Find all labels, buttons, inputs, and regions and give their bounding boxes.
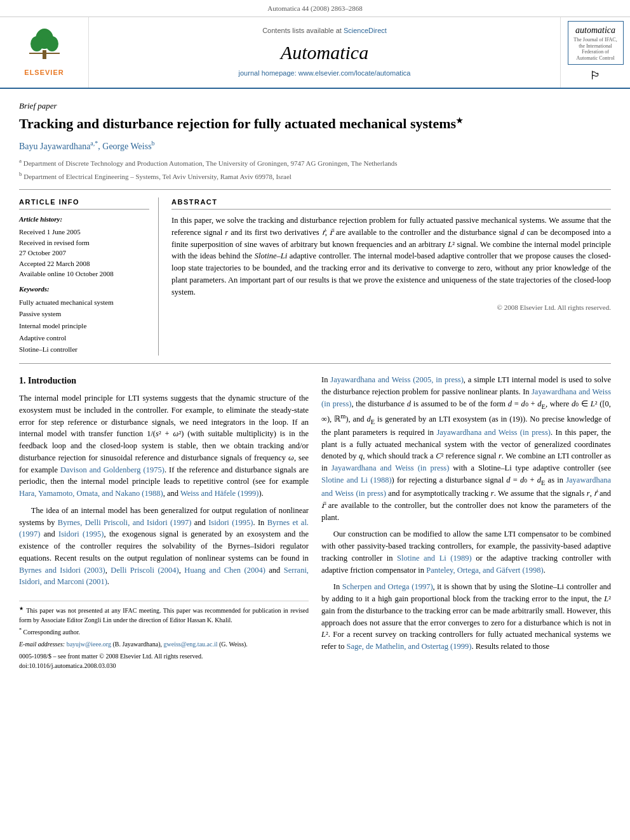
elsevier-tree-icon — [25, 26, 64, 64]
ref-sage[interactable]: Sage, de Mathelin, and Ostertag (1999) — [347, 642, 472, 651]
automatica-logo-title: automatica — [571, 24, 620, 37]
svg-point-2 — [46, 36, 58, 51]
journal-logo-inner: automatica The Journal of IFAC, the Inte… — [568, 21, 624, 65]
abstract-header: ABSTRACT — [171, 197, 611, 210]
ref-jay-weiss-press[interactable]: Jayawardhana and Weiss (in press) — [321, 387, 611, 408]
section-divider-1 — [19, 189, 611, 190]
history-label: Article history: — [19, 215, 149, 225]
body-right-para-3: In Scherpen and Ortega (1997), it is sho… — [321, 581, 611, 653]
authors-line: Bayu Jayawardhanaa,*, George Weissb — [19, 139, 611, 153]
journal-logo-box: automatica The Journal of IFAC, the Inte… — [560, 17, 630, 88]
ref-slotine-li[interactable]: Slotine and Li (1988) — [321, 476, 392, 484]
author-1: Bayu Jayawardhana — [19, 142, 90, 151]
svg-rect-4 — [29, 53, 60, 54]
issn-line: 0005-1098/$ – see front matter © 2008 El… — [19, 651, 309, 670]
keywords-list: Fully actuated mechanical system Passive… — [19, 297, 149, 356]
article-info-header: ARTICLE INFO — [19, 197, 149, 210]
ref-davison[interactable]: Davison and Goldenberg (1975) — [60, 465, 164, 474]
ref-panteley[interactable]: Panteley, Ortega, and Gäfvert (1998) — [426, 566, 544, 575]
homepage-url[interactable]: www.elsevier.com/locate/automatica — [298, 69, 411, 77]
email-1[interactable]: bayujw@ieee.org — [67, 641, 111, 648]
info-abstract-section: ARTICLE INFO Article history: Received 1… — [19, 197, 611, 356]
elsevier-brand-text: ELSEVIER — [24, 68, 64, 78]
body-right-col: In Jayawardhana and Weiss (2005, in pres… — [321, 374, 611, 670]
intro-heading: 1. Introduction — [19, 374, 309, 387]
affiliation-b: b Department of Electrical Engineering –… — [19, 170, 611, 182]
header-bar: Automatica 44 (2008) 2863–2868 — [0, 0, 630, 17]
elsevier-logo-box: ELSEVIER — [0, 17, 89, 88]
ref-delli[interactable]: Delli Priscoli (2004) — [111, 566, 178, 575]
abstract-text: In this paper, we solve the tracking and… — [171, 215, 611, 298]
footnote-email: E-mail addresses: bayujw@ieee.org (B. Ja… — [19, 639, 309, 649]
ref-weiss[interactable]: Weiss and Häfele (1999) — [180, 489, 259, 498]
ref-scherpen[interactable]: Scherpen and Ortega (1997) — [342, 582, 433, 591]
automatica-logo-subtitle: The Journal of IFAC, the International F… — [571, 37, 620, 61]
brief-paper-label: Brief paper — [19, 100, 611, 112]
journal-title-display: Automatica — [281, 39, 368, 67]
email-2[interactable]: gweiss@eng.tau.ac.il — [163, 641, 217, 648]
ref-huang[interactable]: Huang and Chen (2004) — [184, 566, 265, 575]
author-2-sup: b — [152, 140, 155, 147]
ref-isidori[interactable]: Isidori (1995) — [208, 518, 253, 527]
ref-isidori-2[interactable]: Isidori (1995) — [58, 530, 104, 538]
journal-header-center: Contents lists available at ScienceDirec… — [89, 17, 560, 88]
journal-id: Automatica 44 (2008) 2863–2868 — [267, 4, 362, 12]
author-1-sup: a,* — [90, 140, 98, 147]
science-direct-link[interactable]: ScienceDirect — [344, 27, 387, 34]
svg-point-1 — [30, 36, 43, 51]
top-banner: ELSEVIER Contents lists available at Sci… — [0, 17, 630, 89]
ref-byrnes-isidori[interactable]: Byrnes and Isidori (2003) — [19, 566, 105, 575]
body-right-para-1: In Jayawardhana and Weiss (2005, in pres… — [321, 374, 611, 523]
section-divider-2 — [19, 363, 611, 364]
journal-homepage-line: journal homepage: www.elsevier.com/locat… — [239, 69, 411, 79]
elsevier-logo: ELSEVIER — [24, 26, 64, 78]
ref-jay-weiss-2005[interactable]: Jayawardhana and Weiss (2005, in press) — [330, 375, 464, 384]
affiliation-a: a Department of Discrete Technology and … — [19, 157, 611, 169]
footnote-corresponding: * Corresponding author. — [19, 627, 309, 637]
article-history: Received 1 June 2005 Received in revised… — [19, 227, 149, 279]
svg-rect-3 — [43, 50, 46, 59]
paper-title: Tracking and disturbance rejection for f… — [19, 115, 611, 133]
ref-jay-weiss-press-3[interactable]: Jayawardhana and Weiss (in press) — [332, 463, 450, 472]
body-section: 1. Introduction The internal model princ… — [19, 374, 611, 670]
keywords-label: Keywords: — [19, 284, 149, 295]
journal-flag-icon: 🏳 — [590, 67, 601, 84]
footnotes-area: ★ This paper was not presented at any IF… — [19, 601, 309, 670]
ref-hara[interactable]: Hara, Yamamoto, Omata, and Nakano (1988) — [19, 489, 163, 498]
body-left-col: 1. Introduction The internal model princ… — [19, 374, 309, 670]
abstract-col: ABSTRACT In this paper, we solve the tra… — [171, 197, 611, 356]
body-para-2: The idea of an internal model has been g… — [19, 505, 309, 588]
main-content: Brief paper Tracking and disturbance rej… — [0, 89, 630, 682]
ref-byrnes[interactable]: Byrnes, Delli Priscoli, and Isidori (199… — [58, 518, 192, 527]
author-2: George Weiss — [102, 142, 151, 151]
title-star: ★ — [456, 116, 463, 124]
ref-slotine-li-1989[interactable]: Slotine and Li (1989) — [397, 554, 472, 563]
body-right-para-2: Our construction can be modified to allo… — [321, 528, 611, 576]
ref-jay-weiss-press-2[interactable]: Jayawardhana and Weiss (in press) — [436, 428, 551, 437]
article-info-col: ARTICLE INFO Article history: Received 1… — [19, 197, 159, 356]
copyright-line: © 2008 Elsevier Ltd. All rights reserved… — [171, 303, 611, 313]
contents-line: Contents lists available at ScienceDirec… — [262, 26, 387, 36]
body-para-1: The internal model principle for LTI sys… — [19, 392, 309, 500]
footnote-star: ★ This paper was not presented at any IF… — [19, 605, 309, 625]
